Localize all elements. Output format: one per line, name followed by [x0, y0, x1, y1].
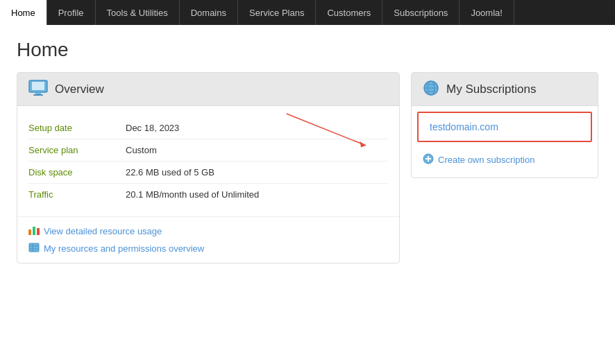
- plus-circle-icon: [423, 153, 434, 166]
- svg-rect-6: [28, 229, 31, 235]
- resource-usage-label: View detailed resource usage: [44, 226, 162, 236]
- barchart-icon: [28, 225, 40, 237]
- svg-rect-3: [32, 82, 44, 90]
- domain-link[interactable]: testdomain.com: [430, 121, 498, 132]
- nav-tools[interactable]: Tools & Utilities: [96, 0, 180, 25]
- traffic-value: 20.1 MB/month used of Unlimited: [126, 189, 259, 200]
- overview-body: Setup date Dec 18, 2023 Service plan Cus…: [17, 106, 399, 216]
- monitor-icon: [28, 80, 48, 98]
- nav-profile[interactable]: Profile: [47, 0, 96, 25]
- info-setup-date: Setup date Dec 18, 2023: [28, 117, 388, 139]
- subscription-domain-item: testdomain.com: [417, 112, 592, 142]
- subscriptions-title: My Subscriptions: [446, 83, 536, 96]
- create-subscription-link[interactable]: Create own subscription: [412, 148, 598, 177]
- nav-home[interactable]: Home: [0, 0, 47, 25]
- subscriptions-header: My Subscriptions: [412, 73, 598, 106]
- overview-panel: Overview Setup date Dec 18, 2023 Service…: [17, 72, 400, 263]
- overview-links: View detailed resource usage My resource…: [17, 216, 399, 263]
- globe-icon: [423, 80, 439, 98]
- disk-space-value: 22.6 MB used of 5 GB: [126, 167, 214, 177]
- info-traffic: Traffic 20.1 MB/month used of Unlimited: [28, 184, 388, 205]
- svg-rect-5: [33, 94, 43, 96]
- svg-rect-9: [29, 243, 39, 252]
- info-service-plan: Service plan Custom: [28, 139, 388, 162]
- overview-title: Overview: [55, 83, 104, 96]
- disk-space-label: Disk space: [28, 167, 126, 177]
- page-title: Home: [0, 25, 615, 72]
- nav-domains[interactable]: Domains: [180, 0, 238, 25]
- service-plan-value: Custom: [126, 145, 157, 155]
- info-disk-space: Disk space 22.6 MB used of 5 GB: [28, 162, 388, 184]
- svg-rect-7: [33, 227, 35, 235]
- subscriptions-panel: My Subscriptions testdomain.com Create o…: [411, 72, 598, 178]
- resource-usage-link[interactable]: View detailed resource usage: [28, 225, 388, 237]
- resources-permissions-label: My resources and permissions overview: [44, 243, 204, 254]
- traffic-label: Traffic: [28, 189, 126, 200]
- overview-header: Overview: [17, 73, 399, 106]
- resources-permissions-link[interactable]: My resources and permissions overview: [28, 243, 388, 254]
- service-plan-label: Service plan: [28, 145, 126, 155]
- setup-date-label: Setup date: [28, 123, 126, 133]
- nav-subscriptions[interactable]: Subscriptions: [382, 0, 460, 25]
- setup-date-value: Dec 18, 2023: [126, 123, 179, 133]
- db-icon: [28, 243, 40, 254]
- navigation: Home Profile Tools & Utilities Domains S…: [0, 0, 615, 25]
- nav-service-plans[interactable]: Service Plans: [238, 0, 316, 25]
- svg-rect-8: [37, 228, 40, 235]
- svg-rect-4: [35, 92, 41, 94]
- create-subscription-label: Create own subscription: [438, 155, 534, 165]
- nav-joomla[interactable]: Joomla!: [460, 0, 514, 25]
- nav-customers[interactable]: Customers: [316, 0, 382, 25]
